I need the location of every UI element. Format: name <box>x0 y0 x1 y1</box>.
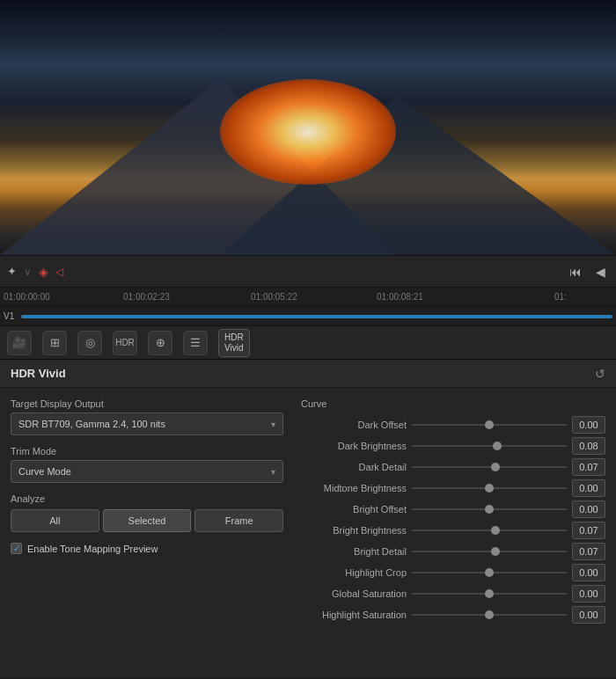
tone-mapping-label: Enable Tone Mapping Preview <box>27 544 158 554</box>
slider-name-dark-brightness: Dark Brightness <box>301 441 407 451</box>
slider-track-dark-detail[interactable] <box>412 466 567 468</box>
trim-mode-label: Trim Mode <box>11 446 283 456</box>
tools-row: 🎥 ⊞ ◎ HDR ⊕ ☰ HDR Vivid <box>0 325 616 359</box>
timecode-3: 01:00:08:21 <box>377 292 423 302</box>
slider-value-global-saturation[interactable]: 0.00 <box>572 585 605 602</box>
video-preview <box>0 0 616 255</box>
play-back-button[interactable]: ◀ <box>592 263 609 281</box>
slider-value-dark-offset[interactable]: 0.00 <box>572 416 605 434</box>
track-v1-bar <box>21 315 612 318</box>
analyze-selected-button[interactable]: Selected <box>103 509 192 532</box>
left-column: Target Display Output SDR BT709, Gamma 2… <box>11 398 283 668</box>
slider-name-global-saturation: Global Saturation <box>301 588 407 599</box>
slider-name-bright-brightness: Bright Brightness <box>301 525 407 536</box>
slider-name-highlight-crop: Highlight Crop <box>301 567 407 578</box>
tone-mapping-checkbox-row: ✓ Enable Tone Mapping Preview <box>11 543 283 554</box>
slider-track-bright-brightness[interactable] <box>412 529 567 531</box>
slider-track-bright-detail[interactable] <box>412 551 567 552</box>
layer-tool-button[interactable]: ⊕ <box>148 331 172 355</box>
timecode-2: 01:00:05:22 <box>251 292 297 302</box>
flame-icon[interactable]: ◈ <box>39 265 48 279</box>
tone-mapping-checkbox[interactable]: ✓ <box>11 543 22 554</box>
slider-thumb-highlight-saturation[interactable] <box>485 610 494 619</box>
slider-row-highlight-saturation: Highlight Saturation 0.00 <box>301 604 605 625</box>
slider-row-global-saturation: Global Saturation 0.00 <box>301 583 605 604</box>
chevron-down-icon-2: ▾ <box>271 467 275 477</box>
slider-track-global-saturation[interactable] <box>412 593 567 595</box>
slider-thumb-global-saturation[interactable] <box>485 589 494 598</box>
slider-row-midtone-brightness: Midtone Brightness 0.00 <box>301 478 605 499</box>
panel-title: HDR Vivid <box>11 367 595 380</box>
track-row: V1 <box>0 306 616 325</box>
target-display-dropdown[interactable]: SDR BT709, Gamma 2.4, 100 nits ▾ <box>11 413 283 435</box>
slider-value-dark-detail[interactable]: 0.07 <box>572 458 605 476</box>
panel-header: HDR Vivid ↺ <box>0 360 616 388</box>
circle-tool-button[interactable]: ◎ <box>77 331 102 355</box>
trim-mode-value: Curve Mode <box>18 466 271 477</box>
timecode-0: 01:00:00:00 <box>4 292 50 302</box>
analyze-frame-button[interactable]: Frame <box>194 509 283 532</box>
reset-icon[interactable]: ↺ <box>595 367 605 381</box>
analyze-all-button[interactable]: All <box>11 509 99 532</box>
slider-value-bright-detail[interactable]: 0.07 <box>572 543 605 560</box>
slider-thumb-highlight-crop[interactable] <box>485 568 494 577</box>
hdr-vivid-badge[interactable]: HDR Vivid <box>218 329 250 357</box>
explosion-effect <box>220 79 396 185</box>
slider-thumb-midtone-brightness[interactable] <box>485 484 494 493</box>
slider-name-bright-offset: Bright Offset <box>301 504 407 515</box>
slider-track-highlight-crop[interactable] <box>412 572 567 573</box>
slider-name-dark-detail: Dark Detail <box>301 462 407 472</box>
slider-track-dark-brightness[interactable] <box>412 445 567 447</box>
track-v1-label: V1 <box>0 311 18 321</box>
slider-thumb-dark-detail[interactable] <box>491 463 500 471</box>
target-display-value: SDR BT709, Gamma 2.4, 100 nits <box>18 419 271 429</box>
target-display-label: Target Display Output <box>11 398 283 409</box>
hdr-vivid-line1: HDR <box>224 332 244 343</box>
hdr-tool-button[interactable]: HDR <box>113 331 137 355</box>
list-tool-button[interactable]: ☰ <box>183 331 208 355</box>
slider-track-highlight-saturation[interactable] <box>412 614 567 616</box>
slider-row-bright-detail: Bright Detail 0.07 <box>301 541 605 562</box>
grid-tool-button[interactable]: ⊞ <box>42 331 67 355</box>
slider-track-bright-offset[interactable] <box>412 508 567 510</box>
slider-row-dark-offset: Dark Offset 0.00 <box>301 414 605 435</box>
camera-tool-button[interactable]: 🎥 <box>7 331 32 355</box>
timecode-4: 01: <box>554 292 567 302</box>
separator: ∨ <box>24 266 32 278</box>
slider-track-midtone-brightness[interactable] <box>412 487 567 489</box>
slider-name-highlight-saturation: Highlight Saturation <box>301 610 407 620</box>
slider-name-bright-detail: Bright Detail <box>301 546 407 557</box>
slider-value-bright-offset[interactable]: 0.00 <box>572 500 605 518</box>
slider-value-highlight-saturation[interactable]: 0.00 <box>572 606 605 624</box>
slider-track-dark-offset[interactable] <box>412 424 567 426</box>
timecode-1: 01:00:02:23 <box>123 292 170 302</box>
analyze-section: Analyze All Selected Frame <box>11 493 283 532</box>
chevron-down-icon: ▾ <box>271 420 275 429</box>
arrow-icon[interactable]: ◁ <box>55 266 63 278</box>
slider-row-bright-offset: Bright Offset 0.00 <box>301 499 605 520</box>
right-column: Curve Dark Offset 0.00 Dark Brightness 0… <box>301 398 605 668</box>
slider-thumb-bright-brightness[interactable] <box>491 526 500 535</box>
analyze-label: Analyze <box>11 493 283 504</box>
main-panel: HDR Vivid ↺ Target Display Output SDR BT… <box>0 359 616 678</box>
slider-thumb-bright-offset[interactable] <box>485 505 494 514</box>
timeline-bar: ✦ ∨ ◈ ◁ ⏮ ◀ <box>0 255 616 287</box>
skip-back-button[interactable]: ⏮ <box>566 263 585 281</box>
analyze-buttons: All Selected Frame <box>11 509 283 532</box>
curve-title: Curve <box>301 398 605 409</box>
wand-icon[interactable]: ✦ <box>7 265 17 278</box>
slider-thumb-dark-brightness[interactable] <box>493 442 502 450</box>
panel-content: Target Display Output SDR BT709, Gamma 2… <box>0 388 616 678</box>
slider-row-bright-brightness: Bright Brightness 0.07 <box>301 520 605 541</box>
slider-name-midtone-brightness: Midtone Brightness <box>301 483 407 493</box>
slider-value-dark-brightness[interactable]: 0.08 <box>572 437 605 455</box>
slider-value-bright-brightness[interactable]: 0.07 <box>572 522 605 539</box>
trim-mode-dropdown[interactable]: Curve Mode ▾ <box>11 460 283 483</box>
slider-thumb-bright-detail[interactable] <box>491 547 500 556</box>
slider-thumb-dark-offset[interactable] <box>485 420 494 429</box>
slider-row-dark-brightness: Dark Brightness 0.08 <box>301 435 605 456</box>
slider-row-highlight-crop: Highlight Crop 0.00 <box>301 562 605 583</box>
timecode-row: 01:00:00:00 01:00:02:23 01:00:05:22 01:0… <box>0 287 616 306</box>
slider-value-highlight-crop[interactable]: 0.00 <box>572 564 605 581</box>
slider-value-midtone-brightness[interactable]: 0.00 <box>572 479 605 497</box>
